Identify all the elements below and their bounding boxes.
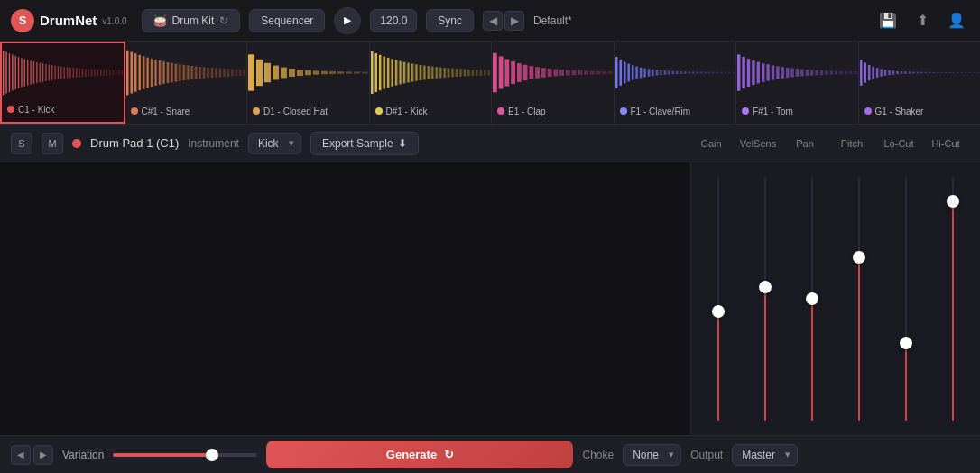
app-name: DrumNet [40,13,97,28]
pad-name-3: D#1 - Kick [386,107,428,116]
drum-pad-title: Drum Pad 1 (C1) [90,136,179,150]
fader-thumb-velsens[interactable] [759,281,772,293]
pad-name-0: C1 - Kick [18,105,55,115]
pad-name-6: F#1 - Tom [753,107,793,116]
param-label-pitch: Pitch [828,138,875,149]
output-label: Output [690,449,723,461]
play-icon: ▶ [344,14,351,26]
pad-name-7: G1 - Shaker [875,107,924,116]
fader-col-lo-cut [883,177,929,421]
pad-name-2: D1 - Closed Hat [263,107,328,116]
next-variation-button[interactable]: ▶ [33,445,53,465]
fader-red-line-pan [811,299,813,421]
export-sample-button[interactable]: Export Sample ⬇ [310,132,419,155]
fader-red-line-velsens [764,287,766,422]
pad-waveform-5 [615,42,736,104]
pad-waveform-7 [859,42,981,104]
instrument-select[interactable]: Kick [248,133,301,154]
pad-waveform-4 [492,42,614,104]
fader-track-gain[interactable] [717,177,719,421]
pad-waveform-1 [125,42,247,104]
pad-cell-cs1[interactable]: C#1 - Snare [125,42,248,124]
pad-dot-5 [620,107,627,115]
m-button[interactable]: M [42,133,63,154]
fader-thumb-pitch[interactable] [853,251,865,264]
pad-cell-c1[interactable]: C1 - Kick [0,42,125,124]
pad-dot-2 [253,107,260,115]
pad-dot-6 [742,107,749,115]
generate-icon: ↻ [444,448,454,461]
pad-cell-e1[interactable]: E1 - Clap [492,42,615,124]
pad-cell-d1[interactable]: D1 - Closed Hat [247,42,370,124]
choke-select[interactable]: None [623,444,681,466]
pad-dot-4 [497,107,504,115]
variation-label: Variation [62,449,104,461]
drum-kit-icon: 🥁 [153,14,167,27]
fader-track-hi-cut[interactable] [952,177,954,421]
variation-slider[interactable] [113,453,257,457]
pad-cell-ds1[interactable]: D#1 - Kick [370,42,493,124]
fader-col-hi-cut [929,177,976,421]
pad-label-3: D#1 - Kick [370,104,492,120]
pad-cell-g1[interactable]: G1 - Shaker [859,42,981,124]
bpm-display[interactable]: 120.0 [370,9,417,32]
fader-thumb-lo-cut[interactable] [900,337,912,349]
pad-name-4: E1 - Clap [508,107,546,116]
fader-red-line-pitch [858,257,860,421]
pad-cell-f1[interactable]: F1 - Clave/Rim [615,42,737,124]
sync-button[interactable]: Sync [426,9,474,32]
preset-nav: ◀ ▶ [483,11,524,31]
save-icon: 💾 [879,12,897,29]
pad-label-0: C1 - Kick [2,102,124,118]
save-button[interactable]: 💾 [875,8,901,33]
pad-label-5: F1 - Clave/Rim [615,104,736,120]
record-indicator [72,139,81,148]
output-select[interactable]: Master [732,444,798,466]
pad-cell-fs1[interactable]: F#1 - Tom [736,42,859,124]
pad-dot-1 [131,107,138,115]
sequencer-button[interactable]: Sequencer [249,9,325,32]
s-button[interactable]: S [11,133,32,154]
refresh-icon: ↻ [219,14,228,27]
pad-strip: C1 - KickC#1 - SnareD1 - Closed HatD#1 -… [0,42,980,125]
bottom-bar: ◀ ▶ Variation Generate ↻ Choke None Outp… [0,435,980,473]
next-preset-button[interactable]: ▶ [504,11,524,31]
user-button[interactable]: 👤 [944,8,969,33]
download-icon: ⬇ [398,137,407,150]
fader-thumb-pan[interactable] [806,292,818,305]
export-icon: ⬆ [917,12,929,29]
topbar: S DrumNet v1.0.0 🥁 Drum Kit ↻ Sequencer … [0,0,980,42]
fader-thumb-hi-cut[interactable] [947,195,959,208]
generate-button[interactable]: Generate ↻ [266,441,573,468]
pad-dot-3 [375,107,383,115]
fader-red-line-gain [717,311,719,422]
pad-waveform-6 [736,42,858,104]
prev-preset-button[interactable]: ◀ [483,11,503,31]
pad-label-1: C#1 - Snare [125,104,247,120]
pad-label-2: D1 - Closed Hat [247,104,369,120]
fader-track-pan[interactable] [811,177,813,421]
fader-red-line-hi-cut [952,201,954,421]
fader-track-pitch[interactable] [858,177,860,421]
logo-icon: S [11,9,34,32]
drum-kit-button[interactable]: 🥁 Drum Kit ↻ [142,9,241,32]
fader-col-pitch [836,177,883,421]
instrument-label: Instrument [188,137,239,150]
play-button[interactable]: ▶ [334,7,361,34]
app-version: v1.0.0 [102,16,126,26]
param-label-velsens: VelSens [735,138,781,149]
choke-select-wrap: None [623,444,681,466]
prev-variation-button[interactable]: ◀ [11,445,31,465]
waveform-area [0,162,691,435]
fader-col-pan [789,177,836,421]
pad-waveform-2 [247,42,369,104]
fader-thumb-gain[interactable] [712,305,725,318]
pad-waveform-3 [370,42,492,104]
fader-track-lo-cut[interactable] [905,177,907,421]
instrument-bar: S M Drum Pad 1 (C1) Instrument Kick Expo… [0,125,980,162]
fader-track-velsens[interactable] [764,177,766,421]
fader-col-gain [695,177,742,421]
pad-waveform-0 [2,43,124,102]
preset-label: Default* [533,14,572,27]
export-button[interactable]: ⬆ [910,8,935,33]
